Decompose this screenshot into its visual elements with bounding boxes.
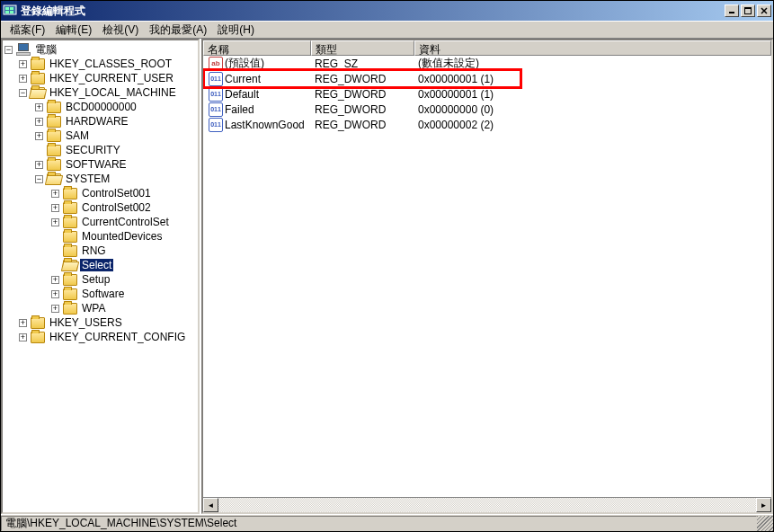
menu-edit[interactable]: 編輯(E) (50, 21, 97, 40)
dword-value-icon: 011 (209, 72, 223, 86)
expand-icon[interactable]: + (35, 161, 43, 169)
tree-node-software2[interactable]: + Software (4, 287, 198, 301)
tree-node-cs001[interactable]: + ControlSet001 (4, 186, 198, 200)
tree-node-wpa[interactable]: + WPA (4, 301, 198, 315)
folder-icon (47, 130, 61, 142)
value-name: Default (225, 88, 259, 101)
tree-node-computer[interactable]: − 電腦 (4, 42, 198, 57)
collapse-icon[interactable]: − (4, 46, 13, 54)
close-button[interactable] (757, 4, 771, 17)
registry-tree: − 電腦 + HKEY_CLASSES_ROOT + HKEY_CURRENT_… (3, 40, 198, 346)
menu-favorites[interactable]: 我的最愛(A) (144, 21, 212, 40)
scroll-track[interactable] (218, 498, 756, 512)
app-icon (3, 4, 17, 18)
tree-panel[interactable]: − 電腦 + HKEY_CLASSES_ROOT + HKEY_CURRENT_… (1, 39, 200, 514)
minimize-button[interactable] (725, 4, 739, 17)
tree-label: HKEY_CLASSES_ROOT (48, 58, 173, 70)
value-row[interactable]: 011FailedREG_DWORD0x00000000 (0) (203, 102, 771, 117)
folder-icon (31, 58, 45, 70)
tree-node-select[interactable]: Select (4, 258, 198, 272)
tree-node-system[interactable]: − SYSTEM (4, 172, 198, 186)
value-name: Current (225, 73, 261, 85)
menu-help[interactable]: 說明(H) (212, 21, 260, 40)
tree-node-hkcr[interactable]: + HKEY_CLASSES_ROOT (4, 57, 198, 71)
tree-label-selected: Select (80, 259, 113, 271)
tree-label: Software (80, 288, 126, 300)
tree-node-software[interactable]: + SOFTWARE (4, 157, 198, 172)
expand-icon[interactable]: + (19, 60, 27, 68)
cell-name: 011Default (205, 87, 311, 102)
cell-data: 0x00000001 (1) (414, 88, 771, 101)
value-name: (預設值) (225, 56, 264, 71)
tree-node-hklm[interactable]: − HKEY_LOCAL_MACHINE (4, 85, 198, 100)
scroll-left-icon[interactable]: ◄ (203, 498, 218, 512)
cell-data: 0x00000002 (2) (414, 119, 771, 131)
folder-open-icon (47, 173, 61, 185)
resize-grip-icon[interactable] (757, 516, 773, 531)
menu-file[interactable]: 檔案(F) (4, 21, 50, 40)
tree-node-sam[interactable]: + SAM (4, 129, 198, 143)
value-name: Failed (225, 103, 254, 116)
collapse-icon[interactable]: − (19, 89, 27, 97)
folder-icon (31, 317, 45, 329)
column-header-data[interactable]: 資料 (414, 40, 771, 56)
tree-label: Setup (80, 273, 111, 286)
tree-node-ccs[interactable]: + CurrentControlSet (4, 215, 198, 229)
expand-icon[interactable]: + (35, 103, 43, 111)
window-buttons (723, 4, 771, 17)
expand-icon[interactable]: + (19, 333, 27, 341)
expand-icon[interactable]: + (51, 190, 59, 198)
menu-view[interactable]: 檢視(V) (97, 21, 144, 40)
scroll-right-icon[interactable]: ► (756, 498, 771, 512)
folder-icon (47, 102, 61, 113)
value-row[interactable]: ab(預設值)REG_SZ(數值未設定) (203, 56, 771, 71)
folder-icon (63, 202, 77, 214)
expand-icon[interactable]: + (51, 305, 59, 313)
expand-icon[interactable]: + (19, 319, 27, 327)
tree-node-rng[interactable]: RNG (4, 244, 198, 258)
expand-icon[interactable]: + (19, 75, 27, 83)
value-row[interactable]: 011CurrentREG_DWORD0x00000001 (1) (203, 71, 771, 86)
column-header-name[interactable]: 名稱 (203, 40, 311, 56)
expand-icon[interactable]: + (35, 118, 43, 126)
tree-label: WPA (80, 302, 107, 315)
tree-node-security[interactable]: SECURITY (4, 143, 198, 157)
horizontal-scrollbar[interactable]: ◄ ► (203, 497, 771, 512)
tree-node-setup[interactable]: + Setup (4, 272, 198, 287)
tree-node-hardware[interactable]: + HARDWARE (4, 114, 198, 129)
collapse-icon[interactable]: − (35, 175, 43, 183)
folder-icon (63, 217, 77, 228)
expand-icon[interactable]: + (51, 204, 59, 212)
tree-node-hkcu[interactable]: + HKEY_CURRENT_USER (4, 71, 198, 85)
folder-icon (63, 288, 77, 300)
expand-icon[interactable]: + (51, 290, 59, 298)
tree-node-hku[interactable]: + HKEY_USERS (4, 315, 198, 330)
tree-node-bcd[interactable]: + BCD00000000 (4, 100, 198, 114)
cell-type: REG_DWORD (311, 73, 414, 85)
tree-label: HKEY_CURRENT_USER (48, 72, 175, 84)
list-body[interactable]: ab(預設值)REG_SZ(數值未設定)011CurrentREG_DWORD0… (203, 56, 771, 497)
cell-name: 011Current (205, 72, 311, 86)
folder-icon (31, 332, 45, 343)
tree-node-mounted[interactable]: MountedDevices (4, 229, 198, 244)
toggle-spacer (51, 233, 59, 241)
folder-open-icon (31, 87, 45, 99)
status-path: 電腦\HKEY_LOCAL_MACHINE\SYSTEM\Select (1, 516, 757, 531)
cell-type: REG_DWORD (311, 119, 414, 131)
value-row[interactable]: 011DefaultREG_DWORD0x00000001 (1) (203, 86, 771, 102)
column-header-type[interactable]: 類型 (311, 40, 414, 56)
value-row[interactable]: 011LastKnownGoodREG_DWORD0x00000002 (2) (203, 117, 771, 132)
cell-type: REG_DWORD (311, 88, 414, 101)
cell-type: REG_DWORD (311, 103, 414, 116)
maximize-button[interactable] (741, 4, 755, 17)
tree-label: CurrentControlSet (80, 216, 171, 228)
folder-icon (63, 303, 77, 315)
tree-node-cs002[interactable]: + ControlSet002 (4, 200, 198, 215)
menu-bar: 檔案(F) 編輯(E) 檢視(V) 我的最愛(A) 說明(H) (1, 21, 773, 38)
expand-icon[interactable]: + (51, 276, 59, 284)
expand-icon[interactable]: + (51, 218, 59, 226)
tree-label: HKEY_LOCAL_MACHINE (48, 86, 178, 99)
tree-node-hkcc[interactable]: + HKEY_CURRENT_CONFIG (4, 330, 198, 344)
tree-label: BCD00000000 (64, 101, 138, 113)
expand-icon[interactable]: + (35, 132, 43, 140)
